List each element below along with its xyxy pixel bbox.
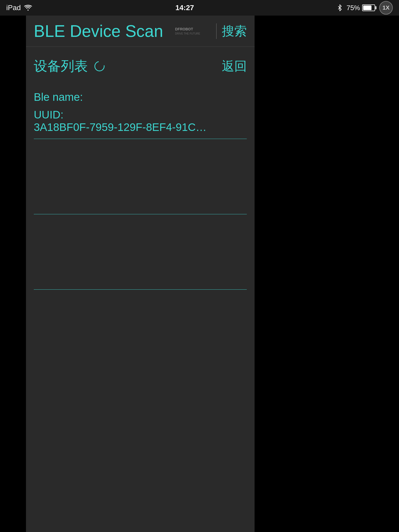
status-bar: iPad 14:27 75% 1X (0, 0, 399, 16)
battery-icon (362, 4, 375, 11)
time-display: 14:27 (175, 4, 194, 12)
svg-point-3 (95, 62, 104, 71)
section-title-row: 设备列表 (34, 57, 106, 75)
ble-name-field: Ble name: (34, 91, 247, 103)
svg-text:DFROBOT: DFROBOT (175, 27, 193, 31)
battery-percent: 75% (347, 4, 360, 12)
section-title: 设备列表 (34, 57, 88, 75)
svg-point-0 (28, 10, 29, 11)
uuid-value: 3A18BF0F-7959-129F-8EF4-91C… (34, 121, 247, 134)
battery-fill (363, 5, 371, 10)
dfrobot-logo: DFROBOT DRIVE THE FUTURE (175, 25, 206, 38)
device-slot-3[interactable] (34, 217, 247, 290)
battery-container: 75% (347, 4, 375, 12)
dfrobot-logo-svg: DFROBOT DRIVE THE FUTURE (175, 25, 206, 38)
nav-bar: BLE Device Scan DFROBOT DRIVE THE FUTURE… (26, 16, 255, 47)
device-slot-2[interactable] (34, 142, 247, 214)
app-title: BLE Device Scan (34, 22, 175, 41)
uuid-label: UUID: (34, 109, 247, 121)
section-header: 设备列表 返回 (34, 57, 247, 75)
one-x-badge: 1X (379, 1, 393, 15)
loading-spinner (93, 60, 106, 73)
spinner-svg (93, 60, 106, 73)
search-button[interactable]: 搜索 (222, 23, 247, 39)
carrier-label: iPad (6, 4, 21, 12)
back-button[interactable]: 返回 (222, 58, 247, 75)
svg-text:DRIVE THE FUTURE: DRIVE THE FUTURE (175, 32, 200, 35)
device-item-1[interactable]: Ble name: UUID: 3A18BF0F-7959-129F-8EF4-… (34, 83, 247, 139)
status-right: 75% 1X (337, 1, 393, 15)
ble-name-label: Ble name: (34, 91, 83, 103)
nav-divider (216, 23, 217, 39)
wifi-icon (24, 5, 32, 11)
app-container: BLE Device Scan DFROBOT DRIVE THE FUTURE… (26, 16, 255, 532)
status-left: iPad (6, 4, 32, 12)
content-area: 设备列表 返回 Ble name: UUID: 3A18BF0F-7959-12… (26, 47, 255, 303)
bluetooth-icon (337, 4, 342, 11)
